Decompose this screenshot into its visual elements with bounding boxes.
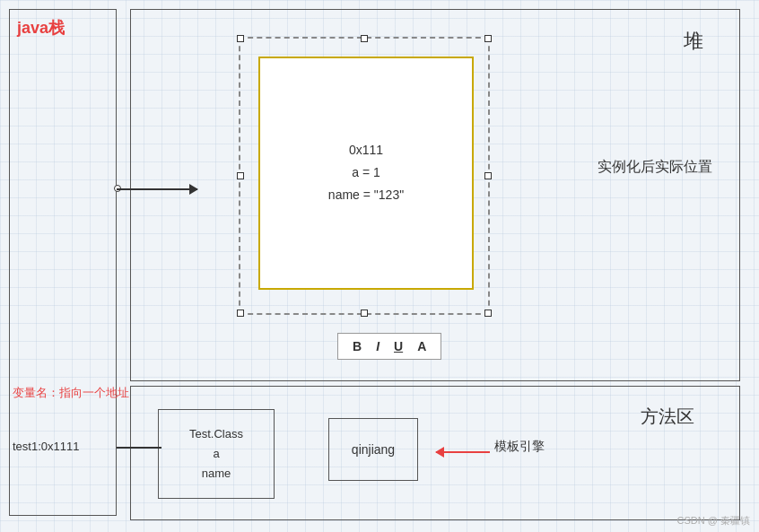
handle-mid-right[interactable] — [484, 172, 492, 179]
handle-top-left[interactable] — [237, 35, 244, 42]
object-address: 0x111 — [328, 139, 404, 161]
heap-area: 堆 实例化后实际位置 0x111 a = 1 name = "123" B I … — [130, 9, 740, 381]
var-label-text: 变量名：指向一个地址 — [13, 384, 129, 402]
object-box: 0x111 a = 1 name = "123" — [239, 37, 490, 315]
method-area: 方法区 Test.Class a name qinjiang 模板引擎 — [130, 386, 740, 520]
object-field-name: name = "123" — [328, 185, 404, 207]
java-stack-label: java栈 — [17, 17, 65, 39]
heap-label: 堆 — [684, 28, 703, 55]
class-box-content: Test.Class a name — [189, 424, 243, 484]
template-arrow — [436, 451, 490, 453]
handle-mid-left[interactable] — [237, 172, 244, 179]
handle-top-center[interactable] — [361, 35, 368, 42]
test1-to-method-line — [117, 447, 161, 449]
format-toolbar: B I U A — [337, 333, 441, 360]
inner-object-box: 0x111 a = 1 name = "123" — [258, 57, 474, 290]
stack-to-heap-arrow — [117, 188, 197, 190]
bold-button[interactable]: B — [347, 337, 367, 355]
class-line1: Test.Class — [189, 424, 243, 444]
underline-button[interactable]: U — [388, 337, 408, 355]
watermark: CSDN @ 秦疆镇 — [677, 514, 750, 528]
handle-top-right[interactable] — [484, 35, 492, 42]
test1-label: test1:0x1111 — [13, 440, 79, 453]
var-label: 变量名：指向一个地址 — [13, 384, 129, 402]
italic-button[interactable]: I — [371, 337, 385, 355]
class-line2: a — [189, 444, 243, 464]
method-box: qinjiang — [328, 418, 418, 481]
object-field-a: a = 1 — [328, 161, 404, 184]
align-button[interactable]: A — [412, 337, 432, 355]
handle-bot-right[interactable] — [484, 310, 492, 317]
handle-bot-left[interactable] — [237, 310, 244, 317]
method-name: qinjiang — [352, 442, 395, 457]
method-area-label: 方法区 — [641, 405, 694, 429]
template-label: 模板引擎 — [494, 439, 545, 455]
instance-label: 实例化后实际位置 — [598, 158, 712, 177]
class-box: Test.Class a name — [158, 409, 275, 499]
handle-bot-center[interactable] — [361, 310, 368, 317]
class-line3: name — [189, 464, 243, 484]
object-content: 0x111 a = 1 name = "123" — [328, 139, 404, 207]
